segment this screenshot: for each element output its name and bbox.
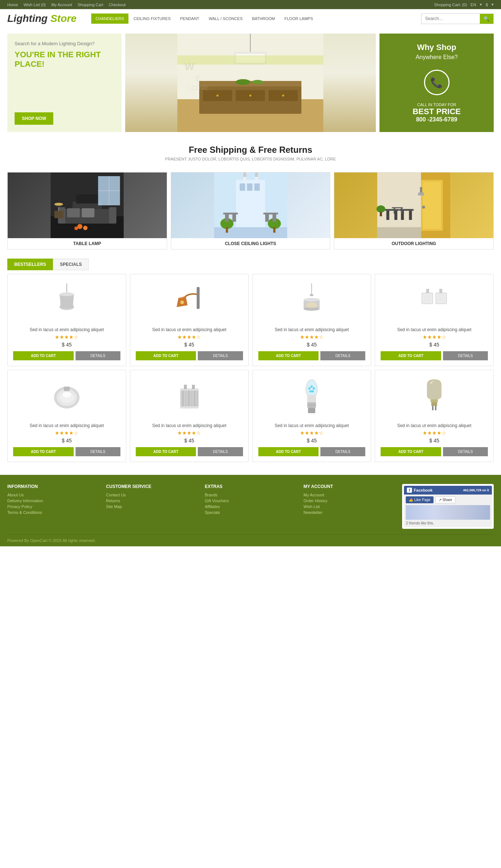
add-to-cart-4[interactable]: ADD TO CART bbox=[13, 447, 74, 456]
footer-link-aboutus[interactable]: About Us bbox=[7, 493, 99, 497]
svg-rect-77 bbox=[418, 193, 424, 195]
home-link[interactable]: Home bbox=[7, 3, 18, 7]
svg-text:E: E bbox=[196, 74, 200, 82]
search-input[interactable] bbox=[421, 14, 480, 23]
footer-link-delivery[interactable]: Delivery Information bbox=[7, 499, 99, 503]
wishlist-link[interactable]: Wish List (0) bbox=[23, 3, 46, 7]
details-6[interactable]: DETAILS bbox=[320, 447, 365, 456]
svg-point-36 bbox=[77, 224, 82, 229]
product-card-5: Sed in lacus ut enim adipiscing aliquet … bbox=[130, 370, 249, 462]
svg-point-14 bbox=[236, 79, 250, 85]
logo-part2: Store bbox=[50, 13, 77, 24]
footer-link-contact[interactable]: Contact Us bbox=[106, 493, 198, 497]
footer-link-affiliates[interactable]: Affiliates bbox=[205, 504, 296, 509]
svg-rect-57 bbox=[265, 214, 269, 222]
svg-rect-96 bbox=[437, 294, 445, 302]
top-bar-links: Home Wish List (0) My Account Shopping C… bbox=[7, 3, 130, 7]
product-name-3: Sed in lacus ut enim adipiscing aliquet bbox=[381, 327, 488, 332]
nav-pendant[interactable]: PENDANT bbox=[176, 13, 204, 24]
add-to-cart-2[interactable]: ADD TO CART bbox=[258, 351, 319, 360]
footer-link-terms[interactable]: Terms & Conditions bbox=[7, 510, 99, 515]
category-img-outdoor bbox=[334, 173, 493, 238]
svg-rect-73 bbox=[401, 208, 402, 214]
add-to-cart-7[interactable]: ADD TO CART bbox=[381, 447, 441, 456]
footer-link-vouchers[interactable]: Gift Vouchers bbox=[205, 499, 296, 503]
svg-point-62 bbox=[422, 206, 425, 209]
details-5[interactable]: DETAILS bbox=[198, 447, 243, 456]
led-bulb-svg bbox=[301, 377, 323, 418]
category-outdoor[interactable]: OUTDOOR LIGHTING bbox=[334, 172, 494, 249]
svg-rect-47 bbox=[243, 177, 246, 180]
hero-tagline: Search for a Modern Lighting Design? bbox=[15, 41, 114, 46]
product-tabs: BESTSELLERS SPECIALS bbox=[7, 259, 494, 270]
tab-specials[interactable]: SPECIALS bbox=[53, 259, 89, 270]
footer-heading-2: EXTRAS bbox=[205, 484, 296, 489]
nav-chandeliers[interactable]: CHANDELIERS bbox=[91, 13, 128, 24]
wall-copper-svg bbox=[177, 283, 202, 320]
nav-bathroom[interactable]: BATHROOM bbox=[248, 13, 280, 24]
fb-share-button[interactable]: ↗ Share bbox=[435, 496, 455, 503]
panel-light-svg bbox=[177, 379, 202, 416]
details-0[interactable]: DETAILS bbox=[76, 351, 120, 360]
add-to-cart-0[interactable]: ADD TO CART bbox=[13, 351, 74, 360]
details-3[interactable]: DETAILS bbox=[443, 351, 488, 360]
currency-selector[interactable]: $ bbox=[486, 3, 488, 7]
details-2[interactable]: DETAILS bbox=[320, 351, 365, 360]
footer-link-myaccount[interactable]: My Account bbox=[304, 493, 395, 497]
logo[interactable]: Lighting Store bbox=[7, 13, 77, 24]
product-card-7: Sed in lacus ut enim adipiscing aliquet … bbox=[375, 370, 494, 462]
svg-rect-93 bbox=[426, 289, 429, 293]
footer: INFORMATION About Us Delivery Informatio… bbox=[0, 475, 501, 546]
fb-icon: f bbox=[407, 488, 412, 493]
nav-wall-sconces[interactable]: WALL / SCONCES bbox=[204, 13, 247, 24]
svg-rect-44 bbox=[254, 183, 259, 191]
svg-rect-105 bbox=[188, 390, 190, 407]
myaccount-link[interactable]: My Account bbox=[51, 3, 72, 7]
fb-name: Facebook bbox=[414, 488, 432, 492]
cart-link[interactable]: Shopping Cart bbox=[78, 3, 103, 7]
footer-link-orderhistory[interactable]: Order History bbox=[304, 499, 395, 503]
fb-like-button[interactable]: 👍 Like Page bbox=[406, 496, 433, 503]
product-img-1 bbox=[136, 280, 243, 323]
add-to-cart-1[interactable]: ADD TO CART bbox=[136, 351, 196, 360]
footer-link-newsletter[interactable]: Newsletter bbox=[304, 510, 395, 515]
shop-now-button[interactable]: SHOP NOW bbox=[15, 112, 53, 125]
pendant-drum-svg bbox=[301, 283, 323, 320]
footer-link-sitemap[interactable]: Site Map bbox=[106, 504, 198, 509]
footer-link-wishlist[interactable]: Wish List bbox=[304, 504, 395, 509]
footer-link-returns[interactable]: Returns bbox=[106, 499, 198, 503]
product-actions-2: ADD TO CART DETAILS bbox=[258, 351, 366, 360]
category-ceiling-lights[interactable]: CLOSE CEILING LIGHTS bbox=[171, 172, 331, 249]
footer-link-specials[interactable]: Specials bbox=[205, 510, 296, 515]
add-to-cart-3[interactable]: ADD TO CART bbox=[381, 351, 441, 360]
footer-link-brands[interactable]: Brands bbox=[205, 493, 296, 497]
category-table-lamp[interactable]: TABLE LAMP bbox=[7, 172, 167, 249]
search-button[interactable]: 🔍 bbox=[480, 14, 493, 24]
cart-count: Shopping Cart: (0) bbox=[434, 3, 467, 7]
language-selector[interactable]: EN bbox=[471, 3, 476, 7]
product-actions-7: ADD TO CART DETAILS bbox=[381, 447, 488, 456]
add-to-cart-5[interactable]: ADD TO CART bbox=[136, 447, 196, 456]
products-section: BESTSELLERS SPECIALS Sed in lacus ut eni… bbox=[0, 253, 501, 468]
product-name-5: Sed in lacus ut enim adipiscing aliquet bbox=[136, 423, 243, 428]
hero-left-panel: Search for a Modern Lighting Design? YOU… bbox=[7, 34, 122, 132]
svg-rect-127 bbox=[432, 406, 433, 410]
nav-floor-lamps[interactable]: FLOOR LAMPS bbox=[280, 13, 317, 24]
svg-point-122 bbox=[313, 387, 315, 390]
tab-bestsellers[interactable]: BESTSELLERS bbox=[7, 259, 53, 270]
nav-ceiling-fixtures[interactable]: CEILING FIXTURES bbox=[129, 13, 175, 24]
product-stars-3: ★★★★☆ bbox=[381, 334, 488, 340]
svg-rect-28 bbox=[82, 208, 95, 217]
details-1[interactable]: DETAILS bbox=[198, 351, 243, 360]
svg-rect-71 bbox=[392, 207, 403, 208]
details-7[interactable]: DETAILS bbox=[443, 447, 488, 456]
svg-rect-56 bbox=[232, 214, 236, 222]
product-price-0: $ 45 bbox=[13, 342, 120, 348]
footer-link-privacy[interactable]: Privacy Policy bbox=[7, 504, 99, 509]
details-4[interactable]: DETAILS bbox=[76, 447, 120, 456]
svg-point-15 bbox=[252, 80, 263, 84]
checkout-link[interactable]: Checkout bbox=[109, 3, 126, 7]
svg-rect-19 bbox=[177, 55, 323, 65]
product-price-7: $ 45 bbox=[381, 438, 488, 443]
add-to-cart-6[interactable]: ADD TO CART bbox=[258, 447, 319, 456]
